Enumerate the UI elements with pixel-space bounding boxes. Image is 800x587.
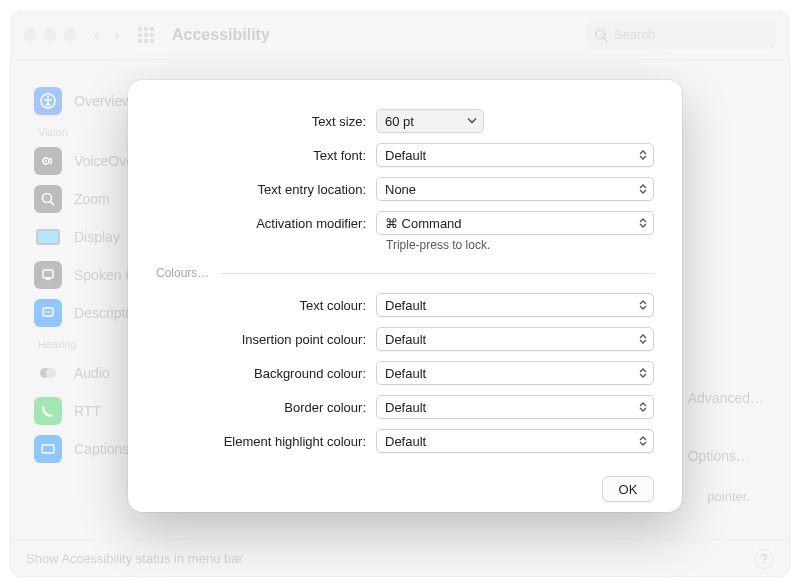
updown-icon <box>639 300 647 310</box>
row-activation-modifier: Activation modifier: ⌘ Command <box>146 206 654 240</box>
activation-modifier-value: ⌘ Command <box>385 216 462 231</box>
text-font-value: Default <box>385 148 426 163</box>
text-size-combobox[interactable]: 60 pt <box>376 109 484 133</box>
updown-icon <box>639 368 647 378</box>
text-entry-location-popup[interactable]: None <box>376 177 654 201</box>
text-colour-value: Default <box>385 298 426 313</box>
row-text-colour: Text colour: Default <box>146 288 654 322</box>
text-entry-location-value: None <box>385 182 416 197</box>
label-text-size: Text size: <box>146 114 376 129</box>
chevron-down-icon <box>467 114 477 129</box>
row-text-size: Text size: 60 pt <box>146 104 654 138</box>
ok-button-label: OK <box>619 482 638 497</box>
sheet-buttons-row: OK <box>146 476 654 502</box>
updown-icon <box>639 402 647 412</box>
hover-text-options-sheet: Text size: 60 pt Text font: Default Text… <box>128 80 682 512</box>
label-text-colour: Text colour: <box>146 298 376 313</box>
row-background-colour: Background colour: Default <box>146 356 654 390</box>
updown-icon <box>639 184 647 194</box>
background-colour-value: Default <box>385 366 426 381</box>
row-text-font: Text font: Default <box>146 138 654 172</box>
row-element-highlight-colour: Element highlight colour: Default <box>146 424 654 458</box>
element-highlight-colour-popup[interactable]: Default <box>376 429 654 453</box>
row-text-entry-location: Text entry location: None <box>146 172 654 206</box>
group-title-colours: Colours… <box>146 266 213 280</box>
ok-button[interactable]: OK <box>602 476 654 502</box>
label-text-font: Text font: <box>146 148 376 163</box>
group-separator-colours: Colours… <box>146 266 654 280</box>
row-insertion-point-colour: Insertion point colour: Default <box>146 322 654 356</box>
background-colour-popup[interactable]: Default <box>376 361 654 385</box>
label-activation-modifier: Activation modifier: <box>146 216 376 231</box>
text-font-popup[interactable]: Default <box>376 143 654 167</box>
activation-modifier-popup[interactable]: ⌘ Command <box>376 211 654 235</box>
border-colour-value: Default <box>385 400 426 415</box>
separator-line <box>221 273 654 274</box>
updown-icon <box>639 334 647 344</box>
activation-modifier-note: Triple-press to lock. <box>386 238 654 252</box>
updown-icon <box>639 218 647 228</box>
insertion-point-colour-value: Default <box>385 332 426 347</box>
row-border-colour: Border colour: Default <box>146 390 654 424</box>
label-element-highlight-colour: Element highlight colour: <box>146 434 376 449</box>
text-colour-popup[interactable]: Default <box>376 293 654 317</box>
updown-icon <box>639 436 647 446</box>
label-background-colour: Background colour: <box>146 366 376 381</box>
insertion-point-colour-popup[interactable]: Default <box>376 327 654 351</box>
text-size-value: 60 pt <box>385 114 414 129</box>
updown-icon <box>639 150 647 160</box>
label-text-entry-location: Text entry location: <box>146 182 376 197</box>
label-border-colour: Border colour: <box>146 400 376 415</box>
label-insertion-point-colour: Insertion point colour: <box>146 332 376 347</box>
border-colour-popup[interactable]: Default <box>376 395 654 419</box>
element-highlight-colour-value: Default <box>385 434 426 449</box>
